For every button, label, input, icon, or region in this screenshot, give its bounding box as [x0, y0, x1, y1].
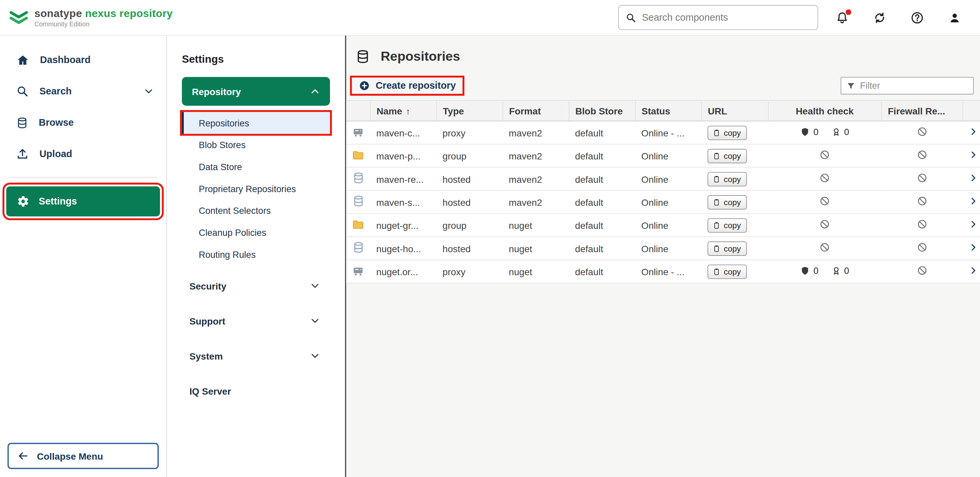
not-available-icon — [819, 219, 830, 230]
chevron-right-icon[interactable] — [969, 173, 978, 182]
repo-name[interactable]: maven-c... — [370, 121, 436, 144]
column-chevron — [963, 101, 980, 121]
sidebar-item-upload[interactable]: Upload — [0, 138, 166, 169]
repo-name[interactable]: maven-p... — [370, 144, 436, 167]
settings-nav: Settings Repository Repositories Blob St… — [167, 36, 346, 477]
repo-status: Online — [635, 214, 702, 236]
health-check-values[interactable]: 00 — [800, 265, 850, 276]
chevron-right-icon[interactable] — [969, 266, 978, 275]
settings-section-system[interactable]: System — [182, 341, 330, 370]
database-icon — [16, 117, 28, 129]
column-status[interactable]: Status — [635, 101, 702, 121]
repo-name[interactable]: maven-re... — [370, 168, 436, 190]
database-icon — [352, 195, 364, 207]
settings-item-routing-rules[interactable]: Routing Rules — [182, 243, 330, 265]
chevron-down-icon — [310, 281, 320, 291]
copy-url-button[interactable]: copy — [708, 125, 747, 140]
header-actions — [836, 11, 961, 24]
shield-icon — [800, 265, 810, 276]
copy-url-button[interactable]: copy — [708, 148, 747, 163]
search-components-input[interactable] — [642, 12, 811, 23]
chevron-right-icon[interactable] — [969, 150, 978, 160]
not-available-icon — [917, 150, 928, 160]
chevron-right-icon[interactable] — [969, 127, 978, 136]
copy-url-button[interactable]: copy — [708, 264, 747, 279]
settings-section-iq-server[interactable]: IQ Server — [182, 376, 330, 405]
settings-item-repositories[interactable]: Repositories — [182, 112, 330, 134]
award-icon — [831, 265, 841, 276]
table-row[interactable]: nuget-ho... hosted nuget default Online … — [346, 237, 980, 260]
bell-icon[interactable] — [836, 11, 849, 24]
settings-section-security[interactable]: Security — [182, 271, 330, 300]
clipboard-icon — [713, 198, 721, 206]
copy-url-button[interactable]: copy — [708, 195, 747, 209]
repo-name[interactable]: nuget-gr... — [370, 214, 436, 236]
settings-section-support[interactable]: Support — [182, 306, 330, 335]
column-firewall[interactable]: Firewall Re... — [881, 101, 963, 121]
repo-name[interactable]: maven-s... — [370, 190, 436, 214]
column-name[interactable]: Name↑ — [370, 101, 436, 121]
repositories-table: Name↑ Type Format Blob Store Status URL … — [346, 100, 980, 283]
folder-icon — [352, 148, 365, 161]
sidebar-item-search[interactable]: Search — [0, 76, 166, 107]
brand-edition: Community Edition — [34, 20, 173, 28]
user-icon[interactable] — [948, 11, 961, 24]
copy-url-button[interactable]: copy — [708, 172, 747, 186]
shield-icon — [800, 127, 810, 137]
repo-type: hosted — [436, 190, 503, 214]
top-header: sonatype nexus repository Community Edit… — [0, 0, 980, 36]
sidebar-item-browse[interactable]: Browse — [0, 107, 166, 139]
repo-name[interactable]: nuget-ho... — [370, 237, 436, 260]
sidebar-item-settings[interactable]: Settings — [6, 187, 160, 217]
column-blob-store[interactable]: Blob Store — [569, 101, 635, 121]
not-available-icon — [819, 242, 830, 253]
repo-status: Online - ... — [635, 260, 702, 283]
settings-section-repository[interactable]: Repository — [182, 77, 330, 106]
repo-format: maven2 — [503, 190, 569, 214]
create-repository-button[interactable]: Create repository — [352, 78, 463, 94]
global-search[interactable] — [618, 5, 818, 30]
table-row[interactable]: maven-s... hosted maven2 default Online … — [346, 190, 980, 214]
plus-circle-icon — [359, 80, 370, 91]
filter-funnel-icon — [846, 81, 856, 90]
settings-item-data-store[interactable]: Data Store — [182, 156, 330, 178]
chevron-right-icon[interactable] — [969, 243, 978, 252]
not-available-icon — [819, 150, 830, 160]
repository-subsections: Repositories Blob Stores Data Store Prop… — [182, 112, 330, 265]
settings-item-content-selectors[interactable]: Content Selectors — [182, 199, 330, 222]
table-row[interactable]: maven-re... hosted maven2 default Online… — [346, 168, 980, 190]
filter-input[interactable] — [860, 81, 968, 91]
repo-format: nuget — [503, 237, 569, 260]
copy-url-button[interactable]: copy — [708, 218, 747, 232]
help-icon[interactable] — [911, 11, 924, 24]
table-row[interactable]: nuget.or... proxy nuget default Online -… — [346, 260, 980, 283]
filter-box[interactable] — [841, 77, 974, 95]
table-row[interactable]: nuget-gr... group nuget default Online c… — [346, 214, 980, 236]
chevron-right-icon[interactable] — [969, 196, 978, 206]
repo-type: group — [436, 214, 503, 236]
column-health-check[interactable]: Health check — [768, 101, 881, 121]
repo-name[interactable]: nuget.or... — [370, 260, 436, 283]
arrow-left-icon — [18, 450, 29, 462]
brand-logo[interactable]: sonatype nexus repository Community Edit… — [9, 7, 173, 28]
not-available-icon — [917, 173, 928, 183]
column-format[interactable]: Format — [503, 101, 569, 121]
health-check-values[interactable]: 00 — [800, 127, 850, 137]
settings-item-blob-stores[interactable]: Blob Stores — [182, 134, 330, 156]
table-row[interactable]: maven-p... group maven2 default Online c… — [346, 144, 980, 167]
repositories-page: Repositories Create repository — [346, 36, 980, 477]
brand-sonatype: sonatype — [34, 7, 82, 19]
settings-item-proprietary-repositories[interactable]: Proprietary Repositories — [182, 178, 330, 200]
sync-icon[interactable] — [873, 11, 886, 24]
copy-url-button[interactable]: copy — [708, 241, 747, 255]
table-row[interactable]: maven-c... proxy maven2 default Online -… — [346, 121, 980, 144]
chevron-right-icon[interactable] — [969, 220, 978, 229]
sidebar-item-dashboard[interactable]: Dashboard — [0, 45, 166, 76]
settings-item-cleanup-policies[interactable]: Cleanup Policies — [182, 222, 330, 244]
repo-blob-store: default — [569, 260, 635, 283]
column-url[interactable]: URL — [702, 101, 768, 121]
column-type[interactable]: Type — [436, 101, 503, 121]
collapse-menu-button[interactable]: Collapse Menu — [8, 443, 159, 469]
repo-format: maven2 — [503, 168, 569, 190]
nexus-repository-app: sonatype nexus repository Community Edit… — [0, 0, 980, 477]
